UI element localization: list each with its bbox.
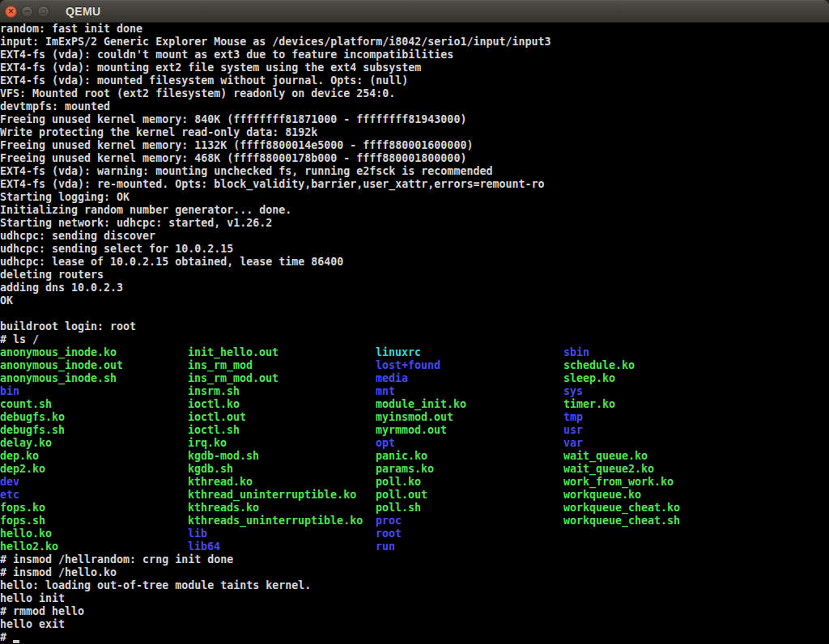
ls-row: anonymous_inode.koinit_hello.outlinuxrcs… bbox=[0, 346, 829, 359]
ls-entry-dir: root bbox=[376, 527, 563, 540]
terminal-line: EXT4-fs (vda): warning: mounting uncheck… bbox=[0, 165, 829, 178]
ls-entry-exec: ins_rm_mod bbox=[188, 359, 376, 372]
ls-entry-dir: opt bbox=[376, 437, 563, 450]
ls-entry-exec: kthread.ko bbox=[188, 476, 376, 489]
terminal-screen[interactable]: random: fast init doneinput: ImExPS/2 Ge… bbox=[0, 23, 829, 644]
ls-entry-exec: ins_rm_mod.out bbox=[188, 372, 376, 385]
ls-entry-dir: sys bbox=[563, 385, 829, 398]
ls-entry-exec: kthreads.ko bbox=[188, 502, 376, 515]
ls-row: fops.shkthreads_uninterruptible.koprocwo… bbox=[0, 515, 829, 527]
terminal-line: deleting routers bbox=[0, 269, 829, 282]
ls-entry-exec: poll.sh bbox=[376, 502, 563, 515]
ls-entry-exec: hello2.ko bbox=[0, 540, 188, 553]
prompt-line: # bbox=[0, 631, 829, 644]
ls-entry-exec: poll.ko bbox=[376, 476, 563, 489]
tail-log: # insmod /hellrandom: crng init done# in… bbox=[0, 553, 829, 631]
ls-entry-dir: mnt bbox=[376, 385, 563, 398]
terminal-line: hello: loading out-of-tree module taints… bbox=[0, 579, 829, 592]
ls-entry-exec: ioctl.sh bbox=[188, 424, 376, 437]
ls-row: dep2.kokgdb.shparams.kowait_queue2.ko bbox=[0, 463, 829, 476]
ls-row: devkthread.kopoll.kowork_from_work.ko bbox=[0, 476, 829, 489]
ls-entry-empty bbox=[563, 540, 829, 553]
ls-entry-exec: workqueue_cheat.ko bbox=[563, 502, 829, 515]
terminal-line: adding dns 10.0.2.3 bbox=[0, 282, 829, 294]
qemu-window: × − □ QEMU random: fast init doneinput: … bbox=[0, 0, 829, 644]
ls-row: debugfs.koioctl.outmyinsmod.outtmp bbox=[0, 411, 829, 424]
terminal-line: Freeing unused kernel memory: 840K (ffff… bbox=[0, 113, 829, 126]
maximize-button[interactable]: □ bbox=[37, 6, 49, 18]
terminal-line: input: ImExPS/2 Generic Explorer Mouse a… bbox=[0, 36, 829, 49]
ls-entry-dir: lost+found bbox=[376, 359, 563, 372]
ls-entry-dir: bin bbox=[0, 385, 188, 398]
ls-entry-exec: kthreads_uninterruptible.ko bbox=[188, 515, 376, 527]
ls-row: hello2.kolib64run bbox=[0, 540, 829, 553]
ls-entry-exec: myinsmod.out bbox=[376, 411, 563, 424]
terminal-line: # insmod /hellrandom: crng init done bbox=[0, 553, 829, 566]
ls-entry-exec: sleep.ko bbox=[563, 372, 829, 385]
ls-row: delay.koirq.kooptvar bbox=[0, 437, 829, 450]
terminal-line: EXT4-fs (vda): mounting ext2 file system… bbox=[0, 61, 829, 74]
terminal-line: buildroot login: root bbox=[0, 320, 829, 333]
terminal-line: hello exit bbox=[0, 618, 829, 631]
boot-log: random: fast init doneinput: ImExPS/2 Ge… bbox=[0, 23, 829, 346]
minimize-button[interactable]: − bbox=[21, 6, 33, 18]
ls-entry-dir: media bbox=[376, 372, 563, 385]
terminal-line: EXT4-fs (vda): couldn't mount as ext3 du… bbox=[0, 49, 829, 61]
title-bar[interactable]: × − □ QEMU bbox=[0, 0, 829, 23]
ls-entry-exec: work_from_work.ko bbox=[563, 476, 829, 489]
ls-entry-dir: dev bbox=[0, 476, 188, 489]
terminal-line: VFS: Mounted root (ext2 filesystem) read… bbox=[0, 87, 829, 100]
ls-entry-exec: wait_queue2.ko bbox=[563, 463, 829, 476]
terminal-line: # ls / bbox=[0, 333, 829, 346]
ls-entry-empty bbox=[563, 527, 829, 540]
terminal-line: Starting network: udhcpc: started, v1.26… bbox=[0, 217, 829, 230]
terminal-line: Initializing random number generator... … bbox=[0, 204, 829, 217]
ls-row: dep.kokgdb-mod.shpanic.kowait_queue.ko bbox=[0, 450, 829, 463]
ls-row: anonymous_inode.outins_rm_modlost+founds… bbox=[0, 359, 829, 372]
ls-entry-exec: delay.ko bbox=[0, 437, 188, 450]
terminal-line: udhcpc: sending discover bbox=[0, 230, 829, 243]
ls-row: hello.kolibroot bbox=[0, 527, 829, 540]
terminal-line: udhcpc: lease of 10.0.2.15 obtained, lea… bbox=[0, 256, 829, 269]
ls-entry-exec: params.ko bbox=[376, 463, 563, 476]
terminal-cursor bbox=[13, 640, 19, 643]
ls-entry-exec: kgdb-mod.sh bbox=[188, 450, 376, 463]
ls-entry-exec: panic.ko bbox=[376, 450, 563, 463]
ls-entry-exec: ioctl.out bbox=[188, 411, 376, 424]
ls-entry-exec: anonymous_inode.sh bbox=[0, 372, 188, 385]
window-title: QEMU bbox=[66, 5, 101, 18]
terminal-line: udhcpc: sending select for 10.0.2.15 bbox=[0, 243, 829, 256]
ls-entry-exec: anonymous_inode.out bbox=[0, 359, 188, 372]
ls-entry-exec: debugfs.ko bbox=[0, 411, 188, 424]
terminal-line: random: fast init done bbox=[0, 23, 829, 36]
ls-entry-dir: run bbox=[376, 540, 563, 553]
ls-row: debugfs.shioctl.shmyrmmod.outusr bbox=[0, 424, 829, 437]
ls-entry-exec: myrmmod.out bbox=[376, 424, 563, 437]
ls-output: anonymous_inode.koinit_hello.outlinuxrcs… bbox=[0, 346, 829, 553]
terminal-line: Freeing unused kernel memory: 1132K (fff… bbox=[0, 139, 829, 152]
terminal-line: EXT4-fs (vda): mounted filesystem withou… bbox=[0, 74, 829, 87]
terminal-line: hello init bbox=[0, 592, 829, 605]
ls-entry-symlink: linuxrc bbox=[376, 346, 563, 359]
terminal-line: Freeing unused kernel memory: 468K (ffff… bbox=[0, 152, 829, 165]
ls-entry-exec: kgdb.sh bbox=[188, 463, 376, 476]
ls-entry-exec: module_init.ko bbox=[376, 398, 563, 411]
ls-row: etckthread_uninterruptible.kopoll.outwor… bbox=[0, 489, 829, 502]
minimize-icon: − bbox=[23, 7, 30, 15]
close-button[interactable]: × bbox=[5, 6, 17, 18]
ls-row: fops.kokthreads.kopoll.shworkqueue_cheat… bbox=[0, 502, 829, 515]
shell-prompt: # bbox=[0, 631, 13, 643]
terminal-line: # rmmod hello bbox=[0, 605, 829, 618]
ls-entry-exec: hello.ko bbox=[0, 527, 188, 540]
ls-entry-exec: init_hello.out bbox=[188, 346, 376, 359]
ls-entry-exec: irq.ko bbox=[188, 437, 376, 450]
ls-entry-exec: dep.ko bbox=[0, 450, 188, 463]
ls-entry-exec: workqueue.ko bbox=[563, 489, 829, 502]
terminal-line: EXT4-fs (vda): re-mounted. Opts: block_v… bbox=[0, 178, 829, 191]
ls-row: bininsrm.shmntsys bbox=[0, 385, 829, 398]
ls-entry-dir: var bbox=[563, 437, 829, 450]
ls-entry-dir: usr bbox=[563, 424, 829, 437]
ls-row: count.shioctl.komodule_init.kotimer.ko bbox=[0, 398, 829, 411]
ls-entry-dir: sbin bbox=[563, 346, 829, 359]
ls-entry-exec: wait_queue.ko bbox=[563, 450, 829, 463]
